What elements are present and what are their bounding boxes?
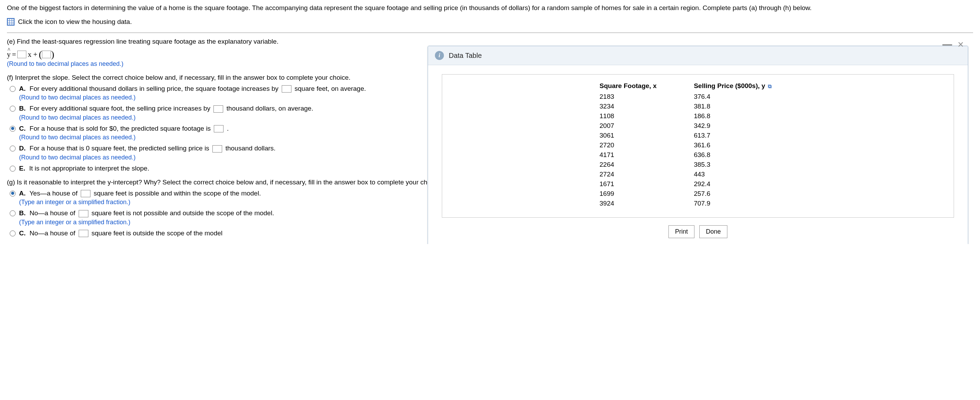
cell-y: 385.3 (685, 160, 805, 169)
cell-y: 443 (685, 169, 805, 179)
choice-f-c-text: For a house that is sold for $0, the pre… (29, 125, 229, 132)
radio-f-e[interactable] (10, 166, 16, 172)
table-row: 1671292.4 (590, 179, 805, 189)
cell-x: 1108 (590, 111, 685, 121)
cell-y: 361.6 (685, 140, 805, 150)
cell-x: 1699 (590, 189, 685, 199)
choice-letter: C. (19, 125, 25, 132)
cell-x: 1671 (590, 179, 685, 189)
cell-x: 2007 (590, 121, 685, 131)
minimize-icon[interactable]: — (942, 39, 952, 50)
problem-intro: One of the biggest factors in determinin… (7, 3, 973, 13)
choice-letter: B. (19, 105, 25, 112)
radio-g-c[interactable] (10, 231, 16, 236)
fill-f-c[interactable] (214, 125, 224, 132)
table-row: 3234381.8 (590, 102, 805, 111)
choice-f-b-text: For every additional square foot, the se… (29, 105, 313, 112)
cell-y: 376.4 (685, 92, 805, 102)
cell-y: 257.6 (685, 189, 805, 199)
cell-y: 636.8 (685, 150, 805, 160)
choice-g-b-text: No—a house of square feet is not possibl… (29, 209, 274, 217)
choice-letter: E. (19, 165, 25, 172)
done-button[interactable]: Done (699, 225, 727, 238)
cell-x: 3924 (590, 199, 685, 208)
cell-x: 4171 (590, 150, 685, 160)
choice-letter: B. (19, 209, 25, 217)
table-row: 3924707.9 (590, 199, 805, 208)
choice-letter: A. (19, 85, 25, 92)
radio-f-c[interactable] (10, 126, 16, 132)
radio-g-b[interactable] (10, 210, 16, 216)
view-data-link[interactable]: Click the icon to view the housing data. (7, 18, 973, 25)
cell-y: 707.9 (685, 199, 805, 208)
data-table: Square Footage, x Selling Price ($000s),… (590, 81, 805, 208)
radio-f-b[interactable] (10, 106, 16, 112)
fill-g-c[interactable] (79, 230, 88, 237)
cell-x: 2183 (590, 92, 685, 102)
table-row: 1108186.8 (590, 111, 805, 121)
cell-y: 186.8 (685, 111, 805, 121)
info-icon: i (435, 51, 444, 60)
fill-f-a[interactable] (282, 85, 291, 92)
fill-g-a[interactable] (81, 190, 91, 197)
cell-y: 342.9 (685, 121, 805, 131)
table-row: 2724443 (590, 169, 805, 179)
table-row: 4171636.8 (590, 150, 805, 160)
radio-f-d[interactable] (10, 146, 16, 151)
popup-header: i Data Table (428, 46, 968, 65)
cell-x: 2264 (590, 160, 685, 169)
choice-letter: C. (19, 229, 25, 237)
part-e-prompt: (e) Find the least-squares regression li… (7, 38, 973, 45)
table-row: 1699257.6 (590, 189, 805, 199)
svg-rect-0 (8, 18, 14, 25)
fill-f-d[interactable] (212, 145, 222, 153)
view-data-label: Click the icon to view the housing data. (18, 18, 132, 25)
cell-x: 2724 (590, 169, 685, 179)
cell-x: 2720 (590, 140, 685, 150)
col-header-y: Selling Price ($000s), y⧉ (685, 81, 805, 92)
table-row: 3061613.7 (590, 131, 805, 140)
radio-g-a[interactable] (10, 191, 16, 196)
close-icon[interactable]: × (958, 38, 964, 50)
divider (7, 33, 973, 33)
fill-f-b[interactable] (213, 105, 223, 113)
slope-input[interactable] (18, 51, 26, 58)
choice-g-a-text: Yes—a house of square feet is possible a… (29, 190, 261, 197)
table-row: 2720361.6 (590, 140, 805, 150)
choice-letter: D. (19, 145, 25, 152)
print-button[interactable]: Print (668, 225, 694, 238)
data-card: Square Footage, x Selling Price ($000s),… (442, 74, 954, 218)
table-row: 2007342.9 (590, 121, 805, 131)
choice-letter: A. (19, 190, 25, 197)
cell-y: 613.7 (685, 131, 805, 140)
table-icon (7, 18, 14, 25)
cell-y: 292.4 (685, 179, 805, 189)
cell-y: 381.8 (685, 102, 805, 111)
popup-title: Data Table (449, 52, 482, 60)
table-row: 2264385.3 (590, 160, 805, 169)
data-table-popup: — × i Data Table Square Footage, x Selli… (428, 46, 968, 244)
fill-g-b[interactable] (79, 210, 88, 217)
choice-f-a-text: For every additional thousand dollars in… (29, 85, 366, 92)
cell-x: 3061 (590, 131, 685, 140)
copy-icon[interactable]: ⧉ (768, 83, 772, 89)
intercept-input[interactable] (42, 51, 51, 58)
choice-f-e-text: It is not appropriate to interpret the s… (29, 165, 149, 172)
cell-x: 3234 (590, 102, 685, 111)
table-row: 2183376.4 (590, 92, 805, 102)
col-header-x: Square Footage, x (590, 81, 685, 92)
choice-f-d-text: For a house that is 0 square feet, the p… (29, 145, 275, 152)
radio-f-a[interactable] (10, 86, 16, 92)
choice-g-c-text: No—a house of square feet is outside the… (29, 229, 223, 237)
